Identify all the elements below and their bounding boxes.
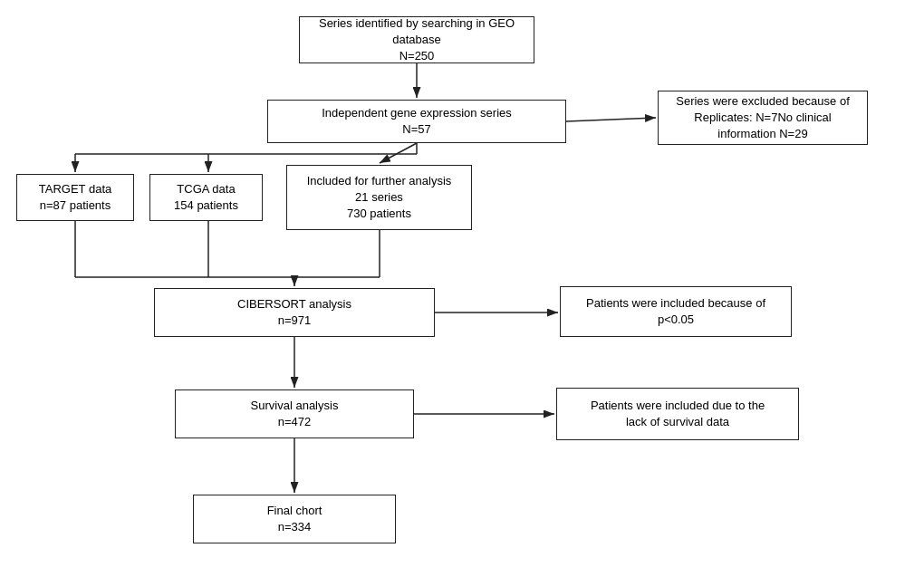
- independent-label: Independent gene expression series N=57: [322, 105, 512, 138]
- patients-survival-label: Patients were included due to the lack o…: [591, 398, 765, 430]
- svg-line-2: [380, 143, 417, 163]
- final-box: Final chort n=334: [193, 495, 396, 543]
- excluded-box: Series were excluded because of Replicat…: [658, 91, 868, 145]
- final-label: Final chort n=334: [267, 503, 322, 535]
- patients-included-box: Patients were included because of p<0.05: [560, 286, 792, 337]
- geo-box: Series identified by searching in GEO da…: [299, 16, 534, 63]
- tcga-box: TCGA data 154 patients: [149, 174, 263, 221]
- patients-survival-box: Patients were included due to the lack o…: [556, 388, 799, 440]
- patients-included-label: Patients were included because of p<0.05: [586, 295, 765, 328]
- survival-label: Survival analysis n=472: [251, 398, 339, 430]
- included-label: Included for further analysis 21 series …: [307, 173, 452, 223]
- cibersort-label: CIBERSORT analysis n=971: [237, 296, 351, 329]
- independent-box: Independent gene expression series N=57: [267, 100, 566, 143]
- target-label: TARGET data n=87 patients: [39, 181, 111, 214]
- tcga-label: TCGA data 154 patients: [174, 181, 238, 214]
- cibersort-box: CIBERSORT analysis n=971: [154, 288, 435, 337]
- flowchart: Series identified by searching in GEO da…: [0, 0, 924, 577]
- geo-label: Series identified by searching in GEO da…: [309, 15, 525, 65]
- survival-box: Survival analysis n=472: [175, 389, 414, 438]
- included-box: Included for further analysis 21 series …: [286, 165, 472, 230]
- target-box: TARGET data n=87 patients: [16, 174, 134, 221]
- excluded-label: Series were excluded because of Replicat…: [676, 93, 850, 143]
- svg-line-8: [566, 118, 656, 121]
